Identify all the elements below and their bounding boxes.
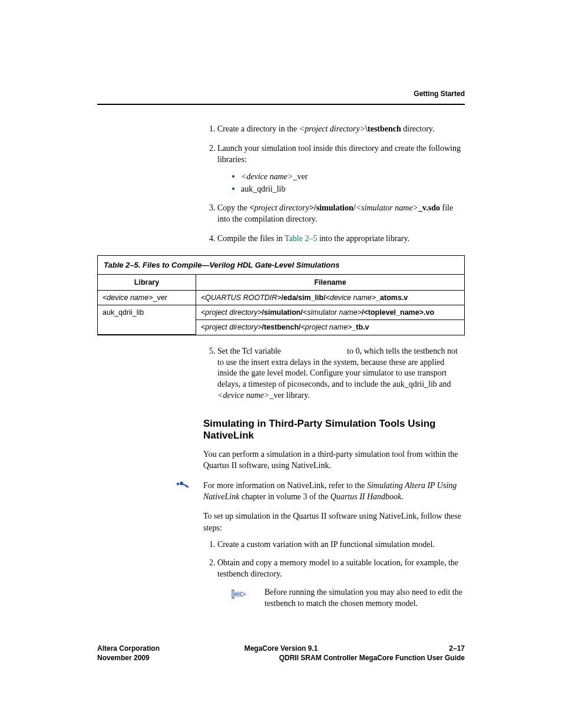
svg-rect-2 xyxy=(232,590,234,598)
svg-point-0 xyxy=(177,483,179,485)
main-content: Create a directory in the <project direc… xyxy=(203,124,465,609)
footer-date: November 2009 xyxy=(97,654,150,662)
step-1: Create a directory in the <project direc… xyxy=(217,124,465,135)
library-bullets: ●<device name>_ver ●auk_qdrii_lib xyxy=(232,172,465,195)
bullet-icon: ● xyxy=(232,185,235,192)
bullet-1: ●<device name>_ver xyxy=(232,172,465,183)
bullet-2: ●auk_qdrii_lib xyxy=(232,184,465,195)
header-rule xyxy=(97,104,465,105)
para-nativelink-2: To set up simulation in the Quartus II s… xyxy=(203,510,465,533)
para-nativelink-1: You can perform a simulation in a third-… xyxy=(203,449,465,472)
nl-step-1: Create a custom variation with an IP fun… xyxy=(217,539,465,551)
reference-icon xyxy=(176,482,193,493)
table-2-5: Table 2–5. Files to Compile—Verilog HDL … xyxy=(97,255,465,335)
table-link[interactable]: Table 2–5 xyxy=(285,234,317,243)
step-3: Copy the <project directory>/simulation/… xyxy=(217,203,465,225)
heading-nativelink: Simulating in Third-Party Simulation Too… xyxy=(203,418,465,442)
header-section: Getting Started xyxy=(414,90,465,98)
compile-table: Library Filename <device name>_ver <QUAR… xyxy=(98,275,464,335)
step-5: Set the Tcl variable to 0, which tells t… xyxy=(217,346,465,401)
hand-pointer-icon xyxy=(232,588,250,604)
table-row: <device name>_ver <QUARTUS ROOTDIR>/eda/… xyxy=(98,291,464,305)
nl-step-2: Obtain and copy a memory model to a suit… xyxy=(217,558,465,610)
table-header-row: Library Filename xyxy=(98,275,464,291)
bullet-icon: ● xyxy=(232,173,235,179)
col-filename: Filename xyxy=(196,275,465,291)
note: Before running the simulation you may al… xyxy=(232,587,465,610)
reference-paragraph: For more information on NativeLink, refe… xyxy=(203,480,465,503)
steps-list-2: Create a custom variation with an IP fun… xyxy=(203,539,465,609)
table-row: auk_qdrii_lib <project directory>/simula… xyxy=(98,305,464,320)
page-footer: Altera Corporation MegaCore Version 9.1 … xyxy=(97,644,465,662)
table-caption: Table 2–5. Files to Compile—Verilog HDL … xyxy=(98,256,464,275)
note-text: Before running the simulation you may al… xyxy=(265,587,465,610)
footer-version: MegaCore Version 9.1 xyxy=(97,644,465,653)
footer-guide: QDRII SRAM Controller MegaCore Function … xyxy=(279,654,465,662)
step-4: Compile the files in Table 2–5 into the … xyxy=(217,233,465,245)
steps-list-1-cont: Set the Tcl variable to 0, which tells t… xyxy=(203,346,465,401)
steps-list-1: Create a directory in the <project direc… xyxy=(203,124,465,245)
page: Getting Started Create a directory in th… xyxy=(0,0,562,728)
col-library: Library xyxy=(98,275,196,291)
step-2: Launch your simulation tool inside this … xyxy=(217,143,465,195)
